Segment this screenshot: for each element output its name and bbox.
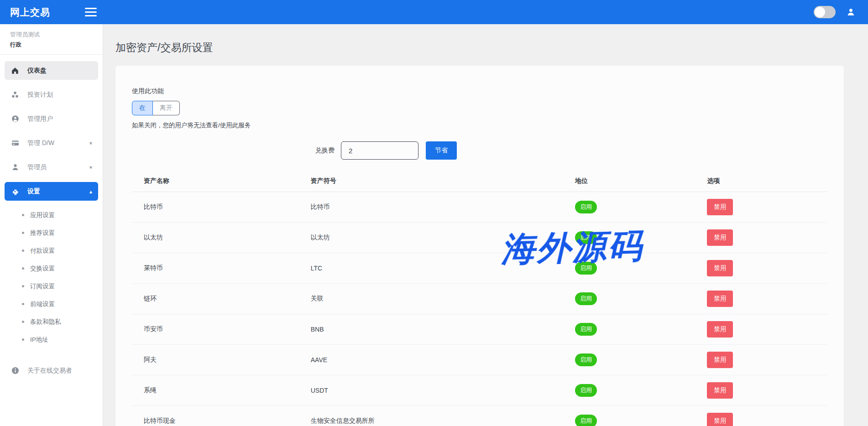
- header-asset-name: 资产名称: [132, 171, 299, 192]
- asset-status-cell: 启用: [563, 375, 695, 406]
- sidebar-item-about[interactable]: 关于在线交易者: [5, 361, 98, 380]
- feature-off-button[interactable]: 离开: [153, 101, 180, 115]
- bullet-icon: [22, 303, 24, 305]
- disable-button[interactable]: 禁用: [707, 291, 733, 307]
- sidebar-subitem-app-settings[interactable]: 应用设置: [5, 206, 98, 224]
- sidebar-item-admins[interactable]: 管理员 ▾: [5, 158, 98, 177]
- page-title: 加密资产/交易所设置: [115, 41, 844, 55]
- chevron-up-icon: ▴: [89, 188, 92, 195]
- asset-options-cell: 禁用: [695, 192, 827, 223]
- disable-button[interactable]: 禁用: [707, 229, 733, 246]
- admin-role: 行政: [10, 41, 93, 49]
- asset-symbol-cell: 以太坊: [299, 223, 563, 253]
- status-badge: 启用: [575, 201, 597, 213]
- asset-options-cell: 禁用: [695, 375, 827, 406]
- sidebar-item-label: 关于在线交易者: [27, 367, 92, 375]
- subitem-label: 付款设置: [30, 247, 55, 255]
- asset-options-cell: 禁用: [695, 406, 827, 426]
- asset-status-cell: 启用: [563, 345, 695, 375]
- asset-options-cell: 禁用: [695, 314, 827, 345]
- sidebar-subitem-frontend-settings[interactable]: 前端设置: [5, 295, 98, 313]
- status-badge: 启用: [575, 292, 597, 305]
- disable-button[interactable]: 禁用: [707, 352, 733, 368]
- user-icon: [10, 163, 20, 171]
- asset-name-cell: 系绳: [132, 375, 299, 406]
- subitem-label: 前端设置: [30, 300, 55, 308]
- asset-options-cell: 禁用: [695, 345, 827, 375]
- header-status: 地位: [563, 171, 695, 192]
- sidebar-subitem-subscription-settings[interactable]: 订阅设置: [5, 277, 98, 295]
- sidebar-subitem-exchange-settings[interactable]: 交换设置: [5, 260, 98, 277]
- asset-name-cell: 莱特币: [132, 253, 299, 284]
- admin-username: 管理员测试: [10, 31, 93, 39]
- toggle-knob: [815, 7, 825, 17]
- sidebar: 管理员测试 行政 仪表盘 投资计划 管理用户: [0, 24, 103, 426]
- app-logo: 网上交易: [0, 6, 50, 19]
- sidebar-item-label: 管理 D/W: [27, 139, 89, 147]
- table-row: 链环 关联 启用 禁用: [132, 284, 827, 314]
- sidebar-item-label: 管理用户: [27, 115, 92, 123]
- chevron-down-icon: ▾: [89, 164, 92, 171]
- status-badge: 启用: [575, 384, 597, 397]
- sidebar-subitem-ip-address[interactable]: IP地址: [5, 331, 98, 348]
- status-badge: 启用: [575, 323, 597, 336]
- disable-button[interactable]: 禁用: [707, 321, 733, 338]
- header-options: 选项: [695, 171, 827, 192]
- disable-button[interactable]: 禁用: [707, 382, 733, 399]
- status-badge: 启用: [575, 353, 597, 366]
- asset-name-cell: 币安币: [132, 314, 299, 345]
- asset-symbol-cell: USDT: [299, 375, 563, 406]
- bullet-icon: [22, 214, 24, 216]
- settings-card: 使用此功能 在 离开 如果关闭，您的用户将无法查看/使用此服务 兑换费 节省 资…: [115, 66, 844, 426]
- sidebar-user-block: 管理员测试 行政: [0, 24, 103, 55]
- sidebar-subitem-payment-settings[interactable]: 付款设置: [5, 242, 98, 260]
- disable-button[interactable]: 禁用: [707, 260, 733, 276]
- save-button[interactable]: 节省: [426, 141, 457, 160]
- assets-table: 资产名称 资产符号 地位 选项 比特币 比特币 启用 禁用 以太坊 以太坊 启用…: [132, 171, 827, 426]
- sidebar-subitem-terms-privacy[interactable]: 条款和隐私: [5, 313, 98, 331]
- bullet-icon: [22, 285, 24, 287]
- asset-symbol-cell: 比特币: [299, 192, 563, 223]
- subitem-label: 应用设置: [30, 211, 55, 219]
- credit-card-icon: [10, 139, 20, 147]
- subitem-label: IP地址: [30, 336, 48, 344]
- sidebar-item-label: 投资计划: [27, 91, 92, 99]
- table-row: 系绳 USDT 启用 禁用: [132, 375, 827, 406]
- exchange-fee-input[interactable]: [341, 141, 418, 160]
- user-circle-icon: [10, 114, 20, 123]
- sidebar-item-manage-users[interactable]: 管理用户: [5, 109, 98, 128]
- asset-name-cell: 比特币现金: [132, 406, 299, 426]
- feature-toggle-group: 在 离开: [132, 101, 180, 115]
- user-account-icon[interactable]: [847, 8, 855, 16]
- asset-name-cell: 链环: [132, 284, 299, 314]
- bullet-icon: [22, 232, 24, 234]
- asset-status-cell: 启用: [563, 314, 695, 345]
- disable-button[interactable]: 禁用: [707, 199, 733, 215]
- subitem-label: 交换设置: [30, 265, 55, 273]
- sidebar-item-manage-dw[interactable]: 管理 D/W ▾: [5, 134, 98, 152]
- main-content: 加密资产/交易所设置 使用此功能 在 离开 如果关闭，您的用户将无法查看/使用此…: [103, 24, 868, 426]
- status-badge: 启用: [575, 415, 597, 426]
- table-row: 阿夫 AAVE 启用 禁用: [132, 345, 827, 375]
- table-header-row: 资产名称 资产符号 地位 选项: [132, 171, 827, 192]
- feature-on-button[interactable]: 在: [132, 101, 153, 115]
- sidebar-item-settings[interactable]: 设置 ▴: [5, 182, 98, 201]
- exchange-fee-row: 兑换费 节省: [315, 141, 827, 160]
- table-row: 比特币 比特币 启用 禁用: [132, 192, 827, 223]
- feature-help-text: 如果关闭，您的用户将无法查看/使用此服务: [132, 121, 827, 130]
- theme-toggle-switch[interactable]: [814, 6, 836, 18]
- disable-button[interactable]: 禁用: [707, 413, 733, 426]
- feature-toggle-label: 使用此功能: [132, 87, 827, 95]
- asset-status-cell: 启用: [563, 284, 695, 314]
- sidebar-subitem-referral-settings[interactable]: 推荐设置: [5, 224, 98, 242]
- sidebar-item-dashboard[interactable]: 仪表盘: [5, 61, 98, 80]
- home-icon: [10, 67, 20, 75]
- table-row: 币安币 BNB 启用 禁用: [132, 314, 827, 345]
- asset-options-cell: 禁用: [695, 253, 827, 284]
- topbar: 网上交易: [0, 0, 868, 24]
- hamburger-menu-icon[interactable]: [85, 8, 97, 16]
- status-badge: 启用: [575, 231, 597, 244]
- bullet-icon: [22, 321, 24, 323]
- sidebar-item-investment-plans[interactable]: 投资计划: [5, 85, 98, 104]
- bullet-icon: [22, 267, 24, 270]
